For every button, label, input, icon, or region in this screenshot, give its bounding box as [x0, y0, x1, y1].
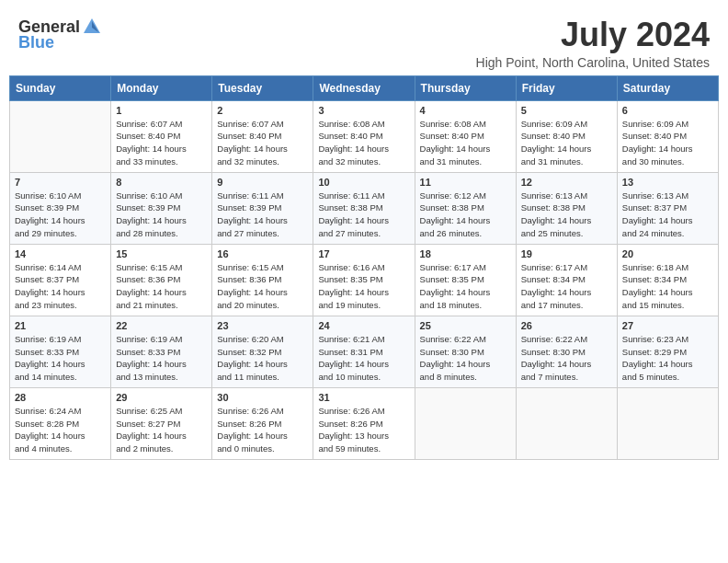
calendar-day-cell: 3Sunrise: 6:08 AM Sunset: 8:40 PM Daylig…: [313, 100, 415, 172]
calendar-header-day: Monday: [111, 75, 212, 100]
calendar-day-cell: 8Sunrise: 6:10 AM Sunset: 8:39 PM Daylig…: [111, 172, 212, 244]
day-info: Sunrise: 6:11 AM Sunset: 8:38 PM Dayligh…: [318, 190, 409, 240]
calendar-day-cell: 28Sunrise: 6:24 AM Sunset: 8:28 PM Dayli…: [10, 387, 111, 459]
day-number: 10: [318, 177, 409, 188]
day-number: 25: [420, 320, 511, 331]
day-info: Sunrise: 6:24 AM Sunset: 8:28 PM Dayligh…: [15, 405, 106, 455]
day-info: Sunrise: 6:16 AM Sunset: 8:35 PM Dayligh…: [318, 261, 409, 312]
day-number: 7: [15, 177, 106, 188]
calendar-day-cell: 11Sunrise: 6:12 AM Sunset: 8:38 PM Dayli…: [415, 172, 516, 244]
day-info: Sunrise: 6:08 AM Sunset: 8:40 PM Dayligh…: [318, 118, 409, 168]
calendar-day-cell: [415, 387, 516, 459]
day-number: 4: [420, 105, 511, 116]
calendar-day-cell: 29Sunrise: 6:25 AM Sunset: 8:27 PM Dayli…: [111, 387, 212, 459]
day-info: Sunrise: 6:22 AM Sunset: 8:30 PM Dayligh…: [420, 333, 511, 384]
day-info: Sunrise: 6:10 AM Sunset: 8:39 PM Dayligh…: [15, 190, 106, 240]
day-info: Sunrise: 6:25 AM Sunset: 8:27 PM Dayligh…: [116, 405, 207, 455]
calendar-day-cell: 20Sunrise: 6:18 AM Sunset: 8:34 PM Dayli…: [617, 244, 718, 316]
calendar-day-cell: 26Sunrise: 6:22 AM Sunset: 8:30 PM Dayli…: [516, 316, 617, 387]
calendar-day-cell: 2Sunrise: 6:07 AM Sunset: 8:40 PM Daylig…: [212, 100, 313, 172]
day-info: Sunrise: 6:17 AM Sunset: 8:35 PM Dayligh…: [420, 261, 511, 312]
calendar-day-cell: 22Sunrise: 6:19 AM Sunset: 8:33 PM Dayli…: [111, 316, 212, 387]
calendar-day-cell: 21Sunrise: 6:19 AM Sunset: 8:33 PM Dayli…: [10, 316, 111, 387]
day-info: Sunrise: 6:09 AM Sunset: 8:40 PM Dayligh…: [521, 118, 612, 168]
day-number: 23: [217, 320, 308, 331]
day-number: 5: [521, 105, 612, 116]
day-info: Sunrise: 6:26 AM Sunset: 8:26 PM Dayligh…: [318, 405, 409, 455]
day-number: 20: [622, 248, 713, 259]
calendar-day-cell: 15Sunrise: 6:15 AM Sunset: 8:36 PM Dayli…: [111, 244, 212, 316]
day-info: Sunrise: 6:23 AM Sunset: 8:29 PM Dayligh…: [622, 333, 713, 384]
calendar-day-cell: 4Sunrise: 6:08 AM Sunset: 8:40 PM Daylig…: [415, 100, 516, 172]
day-number: 9: [217, 177, 308, 188]
logo-icon: [82, 17, 102, 37]
calendar-day-cell: 27Sunrise: 6:23 AM Sunset: 8:29 PM Dayli…: [617, 316, 718, 387]
calendar-day-cell: 16Sunrise: 6:15 AM Sunset: 8:36 PM Dayli…: [212, 244, 313, 316]
calendar-header-day: Thursday: [415, 75, 516, 100]
calendar-week-row: 21Sunrise: 6:19 AM Sunset: 8:33 PM Dayli…: [10, 316, 719, 387]
day-number: 27: [622, 320, 713, 331]
day-info: Sunrise: 6:20 AM Sunset: 8:32 PM Dayligh…: [217, 333, 308, 384]
day-number: 12: [521, 177, 612, 188]
calendar-day-cell: [10, 100, 111, 172]
calendar-header-row: SundayMondayTuesdayWednesdayThursdayFrid…: [10, 75, 719, 100]
calendar-day-cell: 6Sunrise: 6:09 AM Sunset: 8:40 PM Daylig…: [617, 100, 718, 172]
day-info: Sunrise: 6:19 AM Sunset: 8:33 PM Dayligh…: [116, 333, 207, 384]
day-info: Sunrise: 6:07 AM Sunset: 8:40 PM Dayligh…: [217, 118, 308, 168]
day-number: 8: [116, 177, 207, 188]
day-info: Sunrise: 6:09 AM Sunset: 8:40 PM Dayligh…: [622, 118, 713, 168]
day-number: 3: [318, 105, 409, 116]
day-number: 6: [622, 105, 713, 116]
title-area: July 2024 High Point, North Carolina, Un…: [476, 17, 710, 70]
calendar-day-cell: 13Sunrise: 6:13 AM Sunset: 8:37 PM Dayli…: [617, 172, 718, 244]
calendar-day-cell: 12Sunrise: 6:13 AM Sunset: 8:38 PM Dayli…: [516, 172, 617, 244]
day-number: 19: [521, 248, 612, 259]
calendar-header-day: Friday: [516, 75, 617, 100]
day-info: Sunrise: 6:07 AM Sunset: 8:40 PM Dayligh…: [116, 118, 207, 168]
calendar-header-day: Saturday: [617, 75, 718, 100]
day-info: Sunrise: 6:08 AM Sunset: 8:40 PM Dayligh…: [420, 118, 511, 168]
calendar-week-row: 7Sunrise: 6:10 AM Sunset: 8:39 PM Daylig…: [10, 172, 719, 244]
calendar-day-cell: 31Sunrise: 6:26 AM Sunset: 8:26 PM Dayli…: [313, 387, 415, 459]
calendar-day-cell: 19Sunrise: 6:17 AM Sunset: 8:34 PM Dayli…: [516, 244, 617, 316]
day-info: Sunrise: 6:17 AM Sunset: 8:34 PM Dayligh…: [521, 261, 612, 312]
day-info: Sunrise: 6:18 AM Sunset: 8:34 PM Dayligh…: [622, 261, 713, 312]
calendar-week-row: 28Sunrise: 6:24 AM Sunset: 8:28 PM Dayli…: [10, 387, 719, 459]
calendar-day-cell: 18Sunrise: 6:17 AM Sunset: 8:35 PM Dayli…: [415, 244, 516, 316]
calendar-day-cell: [516, 387, 617, 459]
calendar-day-cell: 25Sunrise: 6:22 AM Sunset: 8:30 PM Dayli…: [415, 316, 516, 387]
day-number: 30: [217, 392, 308, 403]
calendar-day-cell: 23Sunrise: 6:20 AM Sunset: 8:32 PM Dayli…: [212, 316, 313, 387]
day-number: 17: [318, 248, 409, 259]
calendar-day-cell: 14Sunrise: 6:14 AM Sunset: 8:37 PM Dayli…: [10, 244, 111, 316]
calendar-day-cell: 30Sunrise: 6:26 AM Sunset: 8:26 PM Dayli…: [212, 387, 313, 459]
day-info: Sunrise: 6:10 AM Sunset: 8:39 PM Dayligh…: [116, 190, 207, 240]
calendar-day-cell: 9Sunrise: 6:11 AM Sunset: 8:39 PM Daylig…: [212, 172, 313, 244]
day-number: 18: [420, 248, 511, 259]
calendar-day-cell: 17Sunrise: 6:16 AM Sunset: 8:35 PM Dayli…: [313, 244, 415, 316]
calendar-day-cell: [617, 387, 718, 459]
day-info: Sunrise: 6:14 AM Sunset: 8:37 PM Dayligh…: [15, 261, 106, 312]
day-number: 11: [420, 177, 511, 188]
day-info: Sunrise: 6:26 AM Sunset: 8:26 PM Dayligh…: [217, 405, 308, 455]
day-number: 26: [521, 320, 612, 331]
day-info: Sunrise: 6:21 AM Sunset: 8:31 PM Dayligh…: [318, 333, 409, 384]
day-number: 2: [217, 105, 308, 116]
day-info: Sunrise: 6:15 AM Sunset: 8:36 PM Dayligh…: [217, 261, 308, 312]
day-number: 24: [318, 320, 409, 331]
calendar-header-day: Tuesday: [212, 75, 313, 100]
day-number: 22: [116, 320, 207, 331]
day-number: 14: [15, 248, 106, 259]
day-number: 15: [116, 248, 207, 259]
day-number: 28: [15, 392, 106, 403]
day-number: 1: [116, 105, 207, 116]
calendar-day-cell: 24Sunrise: 6:21 AM Sunset: 8:31 PM Dayli…: [313, 316, 415, 387]
calendar-header-day: Wednesday: [313, 75, 415, 100]
day-number: 31: [318, 392, 409, 403]
calendar-table: SundayMondayTuesdayWednesdayThursdayFrid…: [9, 75, 719, 460]
day-info: Sunrise: 6:11 AM Sunset: 8:39 PM Dayligh…: [217, 190, 308, 240]
day-info: Sunrise: 6:15 AM Sunset: 8:36 PM Dayligh…: [116, 261, 207, 312]
calendar-header-day: Sunday: [10, 75, 111, 100]
day-number: 29: [116, 392, 207, 403]
day-number: 21: [15, 320, 106, 331]
